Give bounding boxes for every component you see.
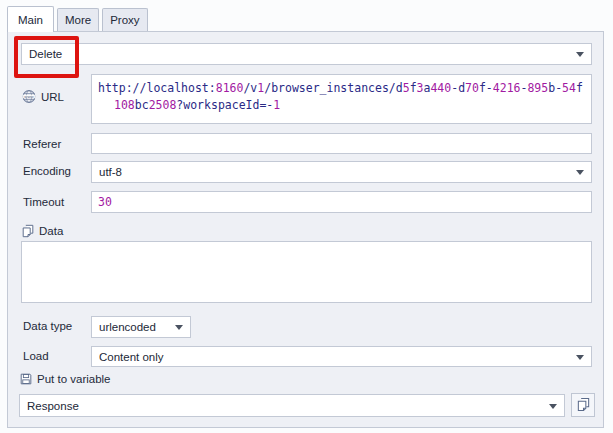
encoding-label: Encoding (23, 165, 71, 177)
data-type-dropdown[interactable]: urlencoded (91, 316, 191, 338)
copy-icon (576, 397, 591, 414)
encoding-value: utf-8 (99, 166, 573, 178)
data-type-value: urlencoded (99, 321, 172, 333)
svg-text:www: www (24, 94, 34, 99)
request-method-value: Delete (29, 48, 573, 60)
request-method-dropdown[interactable]: Delete (21, 43, 592, 65)
put-to-variable-group: Put to variable (19, 372, 111, 386)
chevron-down-icon (549, 404, 557, 409)
tab-more[interactable]: More (57, 8, 99, 31)
url-input[interactable]: http://localhost:8160/v1/browser_instanc… (91, 74, 592, 124)
put-to-variable-label: Put to variable (37, 373, 111, 385)
load-label: Load (23, 350, 49, 362)
chevron-down-icon (576, 355, 584, 360)
timeout-input[interactable]: 30 (91, 191, 592, 213)
chevron-down-icon (576, 52, 584, 57)
referer-input[interactable] (91, 133, 592, 154)
tab-main[interactable]: Main (7, 6, 54, 32)
url-text-line2: 108bc2508?workspaceId=-1 (98, 97, 280, 114)
main-tab-panel: Delete www URL http://localhost:8160/v1/… (7, 31, 604, 428)
timeout-value: 30 (98, 195, 112, 209)
url-label-group: www URL (21, 89, 64, 104)
floppy-disk-icon (19, 372, 33, 386)
put-to-variable-dropdown[interactable]: Response (19, 394, 565, 417)
http-request-settings-window: Main More Proxy Delete www URL h (0, 0, 613, 433)
referer-label: Referer (23, 138, 61, 150)
chevron-down-icon (175, 325, 183, 330)
timeout-label: Timeout (23, 196, 64, 208)
chevron-down-icon (576, 170, 584, 175)
tab-bar: Main More Proxy (7, 6, 151, 31)
copy-variable-button[interactable] (571, 393, 595, 417)
copy-pages-icon (21, 224, 35, 238)
data-label-group: Data (21, 224, 63, 238)
encoding-dropdown[interactable]: utf-8 (91, 161, 592, 183)
globe-www-icon: www (21, 89, 37, 104)
put-to-variable-value: Response (27, 400, 546, 412)
data-textarea[interactable] (21, 241, 592, 303)
tab-proxy[interactable]: Proxy (102, 8, 147, 31)
load-dropdown[interactable]: Content only (91, 346, 592, 367)
data-label: Data (39, 225, 63, 237)
url-label: URL (41, 91, 64, 103)
data-type-label: Data type (23, 320, 72, 332)
url-text-line1: http://localhost:8160/v1/browser_instanc… (98, 80, 583, 97)
load-value: Content only (99, 351, 573, 363)
